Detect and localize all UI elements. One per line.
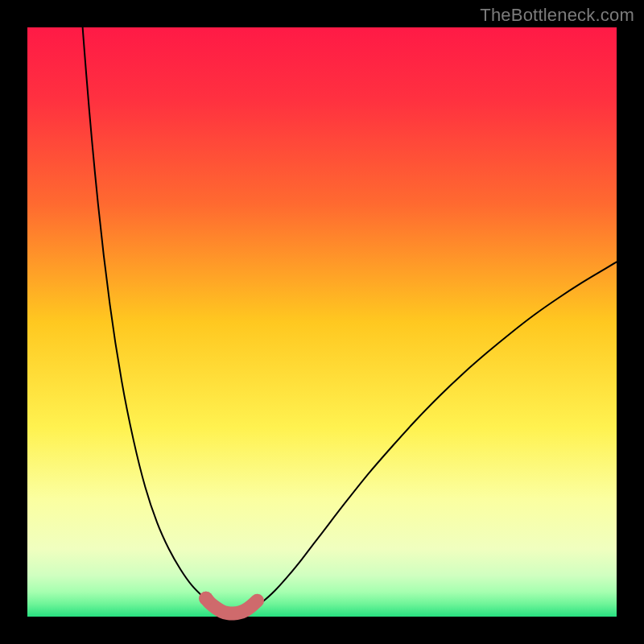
chart-svg: [27, 27, 617, 617]
bottleneck-curve: [27, 0, 617, 613]
plot-area: [27, 27, 617, 617]
watermark-text: TheBottleneck.com: [480, 5, 634, 26]
outer-frame: TheBottleneck.com: [0, 0, 644, 644]
highlight-dot: [199, 592, 213, 605]
highlight-segment: [206, 598, 258, 613]
